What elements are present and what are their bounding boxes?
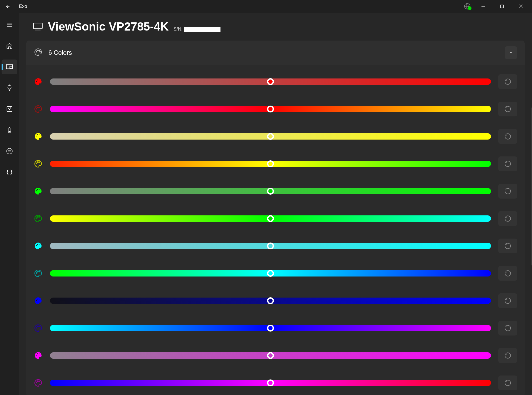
reset-button[interactable] [498,211,517,226]
reset-button[interactable] [498,184,517,199]
svg-point-30 [36,108,37,109]
sidebar-list-button[interactable] [2,144,17,159]
svg-rect-21 [33,23,42,29]
svg-point-29 [39,80,39,80]
palette-icon [34,187,43,196]
palette-icon [34,378,43,387]
slider-thumb[interactable] [267,270,274,277]
svg-point-44 [39,216,39,217]
svg-point-51 [36,300,37,301]
close-button[interactable] [511,0,530,13]
svg-point-55 [37,326,38,327]
slider-thumb[interactable] [267,106,274,112]
svg-point-46 [37,244,38,245]
slider-green-sat[interactable] [50,188,491,194]
palette-icon [34,48,43,58]
slider-row-green-hue [34,211,517,226]
svg-point-36 [36,163,37,164]
svg-point-43 [37,216,38,217]
svg-point-11 [11,68,11,68]
svg-line-13 [7,86,7,86]
slider-thumb[interactable] [267,215,274,222]
svg-point-16 [9,131,10,132]
sidebar-temperature-button[interactable] [2,123,17,137]
slider-row-cyan-hue [34,266,517,281]
slider-green-hue[interactable] [50,215,491,222]
svg-point-28 [37,80,38,80]
slider-blue-sat[interactable] [50,298,491,304]
monitor-icon [33,21,43,32]
scrollbar[interactable] [531,107,531,265]
back-button[interactable] [2,0,14,13]
sidebar-display-button[interactable] [2,60,17,74]
svg-point-58 [37,353,38,354]
svg-rect-2 [501,5,504,8]
content-area: ViewSonic VP2785-4K S/N: 6 Colors [19,13,532,395]
slider-thumb[interactable] [267,133,274,140]
svg-point-23 [36,51,37,52]
palette-icon [34,296,43,305]
reset-button[interactable] [498,102,517,116]
slider-magenta-sat[interactable] [50,352,491,359]
svg-point-57 [36,355,37,355]
collapse-button[interactable] [505,46,517,59]
slider-thumb[interactable] [267,160,274,167]
svg-point-48 [36,273,37,273]
svg-point-50 [39,271,39,272]
palette-icon [34,105,43,113]
slider-yellow-hue[interactable] [50,161,491,167]
slider-thumb[interactable] [267,297,274,304]
slider-thumb[interactable] [267,325,274,332]
reset-button[interactable] [498,239,517,253]
sidebar-code-button[interactable] [2,165,17,180]
slider-thumb[interactable] [267,379,274,386]
slider-blue-hue[interactable] [50,325,491,331]
slider-cyan-sat[interactable] [50,243,491,249]
slider-magenta-hue[interactable] [50,380,491,386]
svg-point-26 [39,51,40,52]
svg-point-41 [39,189,39,190]
slider-row-yellow-sat [34,129,517,144]
reset-button[interactable] [498,129,517,144]
maximize-button[interactable] [493,0,511,13]
svg-point-56 [39,326,39,327]
reset-button[interactable] [498,156,517,171]
svg-rect-15 [7,106,12,112]
reset-button[interactable] [498,321,517,335]
minimize-button[interactable] [474,0,493,13]
slider-thumb[interactable] [267,243,274,249]
slider-thumb[interactable] [267,352,274,359]
svg-point-42 [36,218,37,219]
palette-icon [34,241,43,250]
slider-red-sat[interactable] [50,78,491,85]
svg-point-34 [37,134,38,135]
reset-button[interactable] [498,293,517,308]
slider-thumb[interactable] [267,78,274,85]
svg-point-39 [36,190,37,191]
reset-button[interactable] [498,74,517,89]
svg-point-33 [36,136,37,136]
slider-yellow-sat[interactable] [50,133,491,140]
panel-title: 6 Colors [48,49,72,56]
palette-icon [34,159,43,168]
slider-row-magenta-sat [34,348,517,363]
globe-status-icon[interactable] [461,0,474,13]
sidebar-light-button[interactable] [2,81,17,95]
sidebar-activity-button[interactable] [2,102,17,116]
slider-row-blue-hue [34,321,517,335]
reset-button[interactable] [498,348,517,363]
slider-red-hue[interactable] [50,106,491,112]
device-name: ViewSonic VP2785-4K [48,20,169,33]
sidebar-menu-button[interactable] [2,17,17,32]
sidebar-home-button[interactable] [2,38,17,53]
slider-cyan-hue[interactable] [50,270,491,276]
palette-icon [34,214,43,223]
reset-button[interactable] [498,376,517,390]
slider-thumb[interactable] [267,188,274,195]
reset-button[interactable] [498,266,517,281]
svg-point-10 [10,68,11,68]
serial-number-value [184,27,220,32]
slider-row-red-sat [34,74,517,89]
sidebar [0,13,19,395]
colors-panel: 6 Colors [26,41,525,395]
